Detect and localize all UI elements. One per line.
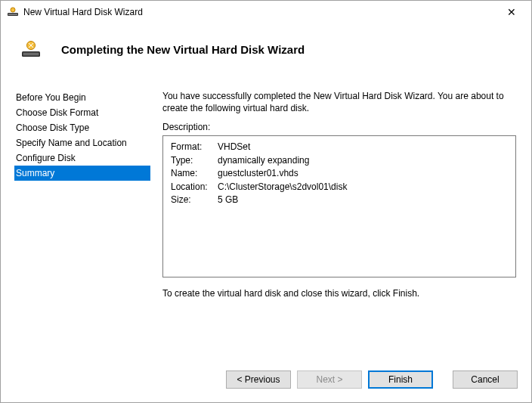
main-content: You have successfully completed the New … <box>162 90 516 357</box>
row-size-value: 5 GB <box>218 194 238 206</box>
description-box: Format: VHDSet Type: dynamically expandi… <box>162 135 516 277</box>
row-type-value: dynamically expanding <box>218 154 309 167</box>
previous-button[interactable]: < Previous <box>226 370 291 389</box>
app-icon <box>7 6 19 18</box>
row-format-value: VHDSet <box>218 141 250 153</box>
close-button[interactable]: ✕ <box>494 2 528 23</box>
step-before-you-begin[interactable]: Before You Begin <box>14 90 150 105</box>
finish-hint: To create the virtual hard disk and clos… <box>162 288 516 299</box>
step-choose-disk-format[interactable]: Choose Disk Format <box>14 105 150 120</box>
step-summary[interactable]: Summary <box>14 166 150 181</box>
svg-point-2 <box>11 8 15 12</box>
close-icon: ✕ <box>507 6 516 18</box>
row-name-value: guestcluster01.vhds <box>218 167 298 180</box>
row-type-key: Type: <box>171 154 218 167</box>
next-button: Next > <box>297 370 362 389</box>
step-specify-name-location[interactable]: Specify Name and Location <box>14 135 150 150</box>
finish-button[interactable]: Finish <box>368 370 433 389</box>
row-name-key: Name: <box>171 167 218 180</box>
row-location-key: Location: <box>171 181 218 194</box>
svg-rect-4 <box>23 53 39 56</box>
page-title: Completing the New Virtual Hard Disk Wiz… <box>61 43 305 56</box>
row-type: Type: dynamically expanding <box>171 154 509 167</box>
wizard-window: New Virtual Hard Disk Wizard ✕ Completin… <box>0 0 532 403</box>
wizard-header: Completing the New Virtual Hard Disk Wiz… <box>1 23 531 75</box>
row-size: Size: 5 GB <box>171 194 509 206</box>
svg-rect-1 <box>8 14 17 15</box>
row-size-key: Size: <box>171 194 218 206</box>
row-format: Format: VHDSet <box>171 141 509 153</box>
row-location-value: C:\ClusterStorage\s2dvol01\disk <box>218 181 347 194</box>
cancel-button[interactable]: Cancel <box>453 370 518 389</box>
step-configure-disk[interactable]: Configure Disk <box>14 150 150 166</box>
step-choose-disk-type[interactable]: Choose Disk Type <box>14 120 150 135</box>
row-format-key: Format: <box>171 141 218 153</box>
titlebar: New Virtual Hard Disk Wizard ✕ <box>1 1 531 23</box>
row-name: Name: guestcluster01.vhds <box>171 167 509 180</box>
intro-text: You have successfully completed the New … <box>162 90 516 114</box>
window-title: New Virtual Hard Disk Wizard <box>23 7 494 17</box>
wizard-body: Before You Begin Choose Disk Format Choo… <box>1 75 531 357</box>
wizard-footer: < Previous Next > Finish Cancel <box>1 357 531 402</box>
description-label: Description: <box>162 122 516 132</box>
wizard-steps-sidebar: Before You Begin Choose Disk Format Choo… <box>14 90 150 357</box>
wizard-header-icon <box>19 37 43 61</box>
row-location: Location: C:\ClusterStorage\s2dvol01\dis… <box>171 181 509 194</box>
